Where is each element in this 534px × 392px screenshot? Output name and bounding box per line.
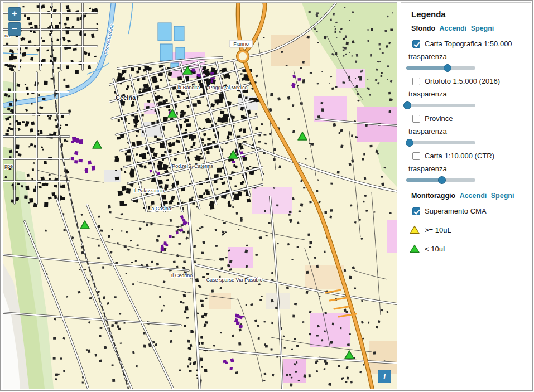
warning-triangle-icon: [410, 225, 420, 234]
layer-block-province: Province trasparenza: [406, 114, 526, 144]
legend-marker-row-high: >= 10uL: [410, 225, 526, 234]
map-viewport[interactable]: naFiume CecinaFiorinola BanditaPoggio al…: [3, 2, 397, 389]
monitoring-layer-label: Superamento CMA: [425, 207, 487, 215]
layer-checkbox[interactable]: [412, 115, 420, 123]
layer-row[interactable]: Ortofoto 1:5.000 (2016): [412, 77, 526, 85]
monitoring-layer-row[interactable]: Superamento CMA: [412, 207, 526, 215]
map-canvas: naFiume CecinaFiorinola BanditaPoggio al…: [3, 3, 397, 389]
transparency-slider[interactable]: [406, 178, 475, 182]
layer-row[interactable]: Carta Topografica 1:50.000: [412, 40, 526, 48]
monitoring-checkbox[interactable]: [412, 207, 420, 215]
map-label: Il Cedrino: [171, 273, 193, 278]
layer-block-ortofoto: Ortofoto 1:5.000 (2016) trasparenza: [406, 77, 526, 107]
background-on-link[interactable]: Accendi: [440, 25, 467, 32]
transparency-label: trasparenza: [408, 90, 526, 98]
layer-label: Province: [425, 114, 453, 123]
slider-thumb[interactable]: [406, 139, 413, 147]
layer-label: Carta 1:10.000 (CTR): [425, 152, 494, 160]
background-section-header: Sfondo Accendi Spegni: [411, 25, 526, 32]
map-label: la Bandita: [177, 85, 200, 90]
legend-marker-label: < 10uL: [425, 245, 447, 253]
slider-thumb[interactable]: [438, 176, 446, 184]
transparency-slider[interactable]: [406, 104, 475, 107]
layer-label: Ortofoto 1:5.000 (2016): [425, 77, 500, 85]
layer-block-ctr: Carta 1:10.000 (CTR) trasparenza: [406, 152, 526, 182]
map-label: ppe: [4, 163, 13, 169]
background-section-label: Sfondo: [411, 25, 435, 32]
layer-checkbox[interactable]: [412, 78, 420, 85]
legend-marker-row-low: < 10uL: [410, 244, 526, 253]
monitoring-section-label: Monitoraggio: [411, 192, 455, 200]
map-label: Case sparse Via Pasubio: [206, 277, 263, 283]
layer-row[interactable]: Province: [412, 114, 526, 123]
layer-row[interactable]: Carta 1:10.000 (CTR): [412, 152, 526, 160]
zoom-out-button[interactable]: −: [8, 22, 21, 36]
monitoring-on-link[interactable]: Accendi: [460, 192, 487, 200]
transparency-slider[interactable]: [406, 141, 475, 144]
legend-title: Legenda: [411, 9, 526, 19]
legend-panel: Legenda Sfondo Accendi Spegni Carta Topo…: [401, 2, 531, 389]
map-label: Pod.re S. Caterina: [172, 163, 213, 169]
layer-checkbox[interactable]: [412, 152, 420, 160]
slider-thumb[interactable]: [444, 64, 451, 72]
ok-triangle-icon: [410, 244, 420, 253]
transparency-label: trasparenza: [408, 52, 526, 61]
transparency-slider[interactable]: [406, 66, 475, 70]
map-label: Il Palazzaccio: [133, 188, 164, 193]
map-label: Poggio al Medico: [209, 85, 247, 90]
map-label: Cecina: [116, 94, 136, 101]
app-window: naFiume CecinaFiorinola BanditaPoggio al…: [0, 0, 533, 391]
monitoring-off-link[interactable]: Spegni: [491, 192, 514, 200]
background-off-link[interactable]: Spegni: [471, 25, 494, 32]
layer-checkbox[interactable]: [412, 40, 420, 48]
zoom-in-button[interactable]: +: [8, 7, 21, 21]
map-label: la Casina: [150, 206, 171, 211]
transparency-label: trasparenza: [408, 164, 526, 173]
monitoring-section-header: Monitoraggio Accendi Spegni: [411, 192, 526, 200]
map-label: Fiorino: [233, 41, 249, 47]
slider-thumb[interactable]: [403, 101, 411, 109]
layer-block-carta-topografica: Carta Topografica 1:50.000 trasparenza: [406, 40, 526, 70]
legend-marker-label: >= 10uL: [425, 226, 451, 234]
info-button[interactable]: i: [378, 370, 391, 383]
transparency-label: trasparenza: [408, 127, 526, 135]
layer-label: Carta Topografica 1:50.000: [425, 40, 512, 48]
zoom-control: + −: [8, 7, 21, 36]
